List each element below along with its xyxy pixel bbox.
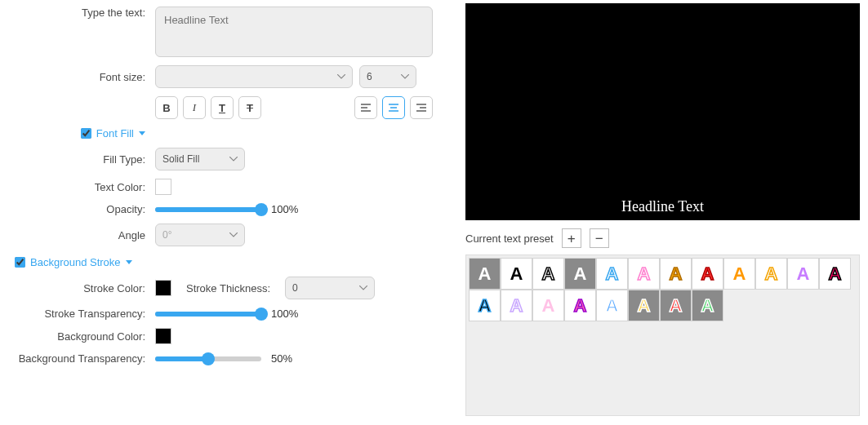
preset-glyph: A: [797, 265, 810, 283]
font-size-label: Font size:: [0, 71, 155, 83]
preset-glyph: A: [638, 265, 651, 283]
preset-cell[interactable]: A: [787, 258, 819, 290]
stroke-color-swatch[interactable]: [155, 280, 171, 296]
preset-glyph: A: [574, 265, 587, 283]
chevron-down-icon: [126, 260, 132, 264]
align-right-button[interactable]: [410, 96, 433, 119]
preset-cell[interactable]: A: [596, 258, 628, 290]
preset-glyph: A: [701, 265, 714, 283]
preset-glyph: A: [479, 297, 492, 315]
preset-area: AAAAAAAAAAAAAAAAAAAA: [465, 255, 860, 416]
font-size-sub-select[interactable]: 6: [359, 65, 416, 88]
preset-cell[interactable]: A: [564, 258, 596, 290]
preset-glyph: A: [733, 265, 746, 283]
preset-cell[interactable]: A: [501, 290, 532, 321]
align-right-icon: [416, 104, 427, 113]
preset-cell[interactable]: A: [532, 290, 564, 321]
italic-button[interactable]: I: [183, 96, 206, 119]
strikethrough-button[interactable]: T: [238, 96, 261, 119]
headline-textarea[interactable]: [155, 7, 433, 57]
preset-glyph: A: [670, 297, 683, 315]
preset-cell[interactable]: A: [469, 258, 501, 290]
opacity-label: Opacity:: [0, 203, 155, 215]
remove-preset-button[interactable]: −: [590, 228, 609, 248]
align-center-icon: [388, 104, 399, 113]
align-center-button[interactable]: [382, 96, 405, 119]
preset-cell[interactable]: A: [660, 290, 692, 321]
font-fill-section-label: Font Fill: [96, 127, 134, 139]
background-color-swatch[interactable]: [155, 328, 171, 344]
fill-type-select[interactable]: Solid Fill: [155, 148, 245, 170]
stroke-thickness-select[interactable]: 0: [285, 277, 375, 299]
stroke-color-label: Stroke Color:: [0, 282, 155, 294]
stroke-transparency-slider[interactable]: [155, 312, 261, 317]
preset-glyph: A: [542, 265, 555, 283]
preset-glyph: A: [542, 297, 555, 315]
stroke-transparency-label: Stroke Transparency:: [0, 308, 155, 320]
background-transparency-value: 50%: [271, 352, 292, 365]
background-transparency-label: Background Transparency:: [0, 352, 155, 365]
preset-cell[interactable]: A: [755, 258, 787, 290]
background-stroke-section-label: Background Stroke: [30, 256, 121, 268]
preset-glyph: A: [829, 265, 842, 283]
type-text-label: Type the text:: [0, 7, 155, 19]
preset-cell[interactable]: A: [501, 258, 532, 290]
preset-glyph: A: [765, 265, 778, 283]
chevron-down-icon: [139, 131, 145, 135]
preset-glyph: A: [670, 265, 683, 283]
preset-glyph: A: [638, 297, 651, 315]
preset-cell[interactable]: A: [532, 258, 564, 290]
preset-glyph: A: [510, 265, 523, 283]
preset-cell[interactable]: A: [660, 258, 692, 290]
preset-cell[interactable]: A: [723, 258, 755, 290]
preset-cell[interactable]: A: [469, 290, 501, 321]
preset-cell[interactable]: A: [596, 290, 628, 321]
background-color-label: Background Color:: [0, 330, 155, 343]
background-stroke-toggle[interactable]: Background Stroke: [15, 256, 132, 268]
canvas-text: Headline Text: [621, 198, 704, 215]
bold-button[interactable]: B: [155, 96, 178, 119]
font-fill-checkbox[interactable]: [81, 128, 91, 139]
preset-glyph: A: [510, 297, 523, 315]
text-color-label: Text Color:: [0, 181, 155, 193]
preset-header-label: Current text preset: [465, 232, 554, 245]
preset-glyph: A: [574, 297, 587, 315]
align-left-button[interactable]: [354, 96, 377, 119]
preset-glyph: A: [606, 297, 619, 315]
preset-cell[interactable]: A: [692, 290, 723, 321]
angle-label: Angle: [0, 229, 155, 241]
font-size-select[interactable]: [155, 65, 353, 88]
preset-glyph: A: [479, 265, 492, 283]
stroke-transparency-value: 100%: [271, 308, 298, 320]
preset-glyph: A: [701, 297, 714, 315]
preset-glyph: A: [606, 265, 619, 283]
preset-cell[interactable]: A: [819, 258, 851, 290]
preset-cell[interactable]: A: [628, 290, 660, 321]
stroke-thickness-label: Stroke Thickness:: [186, 282, 270, 294]
preset-cell[interactable]: A: [564, 290, 596, 321]
align-left-icon: [360, 104, 372, 113]
opacity-slider[interactable]: [155, 207, 261, 212]
background-stroke-checkbox[interactable]: [15, 257, 25, 268]
add-preset-button[interactable]: +: [562, 228, 581, 248]
angle-select[interactable]: 0°: [155, 224, 245, 246]
fill-type-label: Fill Type:: [0, 153, 155, 166]
preset-cell[interactable]: A: [628, 258, 660, 290]
background-transparency-slider[interactable]: [155, 356, 261, 361]
text-color-swatch[interactable]: [155, 179, 171, 195]
underline-button[interactable]: T: [211, 96, 234, 119]
canvas-preview: Headline Text: [465, 3, 860, 220]
preset-cell[interactable]: A: [692, 258, 723, 290]
opacity-value: 100%: [271, 203, 298, 215]
font-fill-toggle[interactable]: Font Fill: [0, 127, 145, 139]
